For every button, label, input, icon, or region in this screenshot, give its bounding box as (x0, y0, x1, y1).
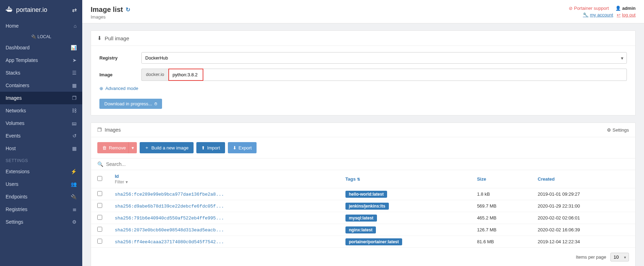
search-input[interactable] (106, 161, 629, 167)
sidebar-item-networks[interactable]: Networks⛓ (0, 104, 82, 117)
portainer-support-link[interactable]: ⊘ Portainer support (569, 6, 609, 11)
table-row: sha256:fce289e99eb9bca977dae136fbe2a8...… (91, 188, 635, 200)
refresh-icon[interactable]: ↻ (126, 6, 130, 13)
col-created[interactable]: Created (531, 170, 635, 188)
hdd-icon: 🖴 (72, 120, 77, 126)
history-icon: ↺ (72, 133, 77, 139)
image-tag[interactable]: jenkins/jenkins:lts (345, 203, 389, 210)
sidebar-item-users[interactable]: Users👥 (0, 178, 82, 190)
registry-select[interactable]: DockerHub (141, 52, 627, 64)
cogs-icon: ⚙ (72, 219, 77, 225)
image-created: 2020-01-29 22:31:00 (531, 200, 635, 212)
table-row: sha256:791b6e40940cd550af522eb4ffe995...… (91, 212, 635, 224)
panel-title: Images (105, 127, 121, 133)
image-created: 2019-01-01 09:29:27 (531, 188, 635, 200)
sidebar-toggle-icon[interactable]: ⇄ (72, 7, 77, 13)
sitemap-icon: ⛓ (72, 108, 77, 113)
user-icon: 👤 (615, 6, 621, 11)
clone-icon: ❐ (97, 127, 102, 133)
download-progress-button[interactable]: Download in progress... (99, 99, 162, 109)
col-tags[interactable]: Tags ⇅ (339, 170, 471, 188)
sidebar-item-label: Home (6, 23, 19, 29)
containers-icon: ▦ (72, 83, 77, 88)
filter-icon: ▾ (126, 180, 128, 184)
sidebar-item-label: Host (6, 146, 16, 151)
row-checkbox[interactable] (97, 215, 102, 220)
trash-icon: 🗑 (102, 145, 107, 150)
sidebar-item-volumes[interactable]: Volumes🖴 (0, 117, 82, 130)
row-checkbox[interactable] (97, 203, 102, 208)
image-tag[interactable]: portainer/portainer:latest (345, 238, 402, 245)
sidebar-item-app-templates[interactable]: App Templates➤ (0, 54, 82, 66)
brand-name: portainer.io (16, 6, 47, 14)
remove-dropdown-button[interactable]: ▾ (128, 142, 137, 153)
rocket-icon: ➤ (72, 57, 77, 63)
image-size: 1.8 kB (471, 188, 531, 200)
spinner-icon (154, 103, 157, 105)
row-checkbox[interactable] (97, 227, 102, 232)
advanced-mode-link[interactable]: ⊕ Advanced mode (99, 86, 627, 91)
sidebar-item-endpoints[interactable]: Endpoints🔌 (0, 190, 82, 203)
sidebar-item-host[interactable]: Host▦ (0, 142, 82, 155)
images-panel: ❐ Images ⚙ Settings 🗑 Remove (91, 122, 636, 266)
col-size[interactable]: Size (471, 170, 531, 188)
sidebar-item-home[interactable]: Home ⌂ (0, 20, 82, 32)
panel-title: Pull image (105, 35, 129, 41)
image-tag[interactable]: hello-world:latest (345, 191, 387, 198)
sidebar-item-extensions[interactable]: Extensions⚡ (0, 165, 82, 178)
database-icon: ≣ (72, 206, 77, 212)
select-all-checkbox[interactable] (97, 176, 102, 181)
sidebar-item-stacks[interactable]: Stacks☰ (0, 66, 82, 79)
breadcrumb: Images (91, 14, 130, 20)
upload-icon: ⬆ (201, 145, 205, 150)
sidebar-item-registries[interactable]: Registries≣ (0, 203, 82, 216)
page-size-select[interactable]: 10 (610, 253, 629, 261)
image-id-link[interactable]: sha256:791b6e40940cd550af522eb4ffe995... (115, 216, 224, 221)
images-table: Id Filter ▾ Tags ⇅ Size Created (91, 170, 635, 248)
gauge-icon: 📊 (71, 45, 77, 50)
sidebar-item-events[interactable]: Events↺ (0, 130, 82, 142)
logout-icon: ↩ (617, 12, 621, 18)
image-created: 2020-02-02 02:06:01 (531, 212, 635, 224)
image-size: 569.7 MB (471, 200, 531, 212)
row-checkbox[interactable] (97, 239, 102, 244)
brand-icon: ⛴ (6, 5, 13, 14)
remove-button[interactable]: 🗑 Remove (97, 142, 131, 153)
lifebuoy-icon: ⊘ (569, 6, 573, 11)
sidebar-logo: ⛴ portainer.io ⇄ (0, 0, 82, 20)
col-id[interactable]: Id Filter ▾ (108, 170, 339, 188)
plug-icon: 🔌 (31, 34, 36, 39)
image-tag[interactable]: mysql:latest (345, 215, 377, 222)
image-tag[interactable]: nginx:latest (345, 226, 376, 233)
pull-image-panel: ⬇ Pull image Registry DockerHub Image (91, 30, 636, 115)
my-account-link[interactable]: 🔧 my account (583, 12, 613, 18)
sidebar-item-label: Stacks (6, 70, 20, 76)
panel-settings-link[interactable]: ⚙ Settings (607, 127, 629, 133)
sidebar-item-label: Events (6, 133, 21, 139)
sidebar-item-containers[interactable]: Containers▦ (0, 79, 82, 92)
sidebar-item-images[interactable]: Images❐ (0, 92, 82, 104)
sidebar: ⛴ portainer.io ⇄ Home ⌂ 🔌 LOCAL Dashboar… (0, 0, 82, 266)
sort-icon: ⇅ (357, 177, 360, 181)
home-icon: ⌂ (74, 23, 77, 29)
gear-icon: ⚙ (607, 127, 611, 133)
sidebar-item-settings[interactable]: Settings⚙ (0, 216, 82, 228)
export-button[interactable]: ⬇ Export (228, 142, 257, 153)
sidebar-item-dashboard[interactable]: Dashboard📊 (0, 41, 82, 54)
search-icon: 🔍 (97, 161, 103, 167)
registry-label: Registry (99, 55, 141, 61)
image-id-link[interactable]: sha256:2073e0bcb60ee98548d313ead5eacb... (115, 227, 224, 233)
image-size: 465.2 MB (471, 212, 531, 224)
logout-link[interactable]: ↩ log out (617, 12, 636, 18)
build-image-button[interactable]: ＋ Build a new image (140, 142, 193, 153)
image-id-link[interactable]: sha256:fce289e99eb9bca977dae136fbe2a8... (115, 192, 224, 197)
row-checkbox[interactable] (97, 191, 102, 196)
sidebar-item-label: App Templates (6, 57, 38, 63)
import-button[interactable]: ⬆ Import (196, 142, 225, 153)
image-input-rest[interactable] (203, 69, 627, 81)
image-id-link[interactable]: sha256:d9abe6b78d139ce22debcfe6fdc05f... (115, 204, 224, 209)
image-id-link[interactable]: sha256:ff4ee4caaa237174080c0d545f7542... (115, 239, 224, 245)
image-input[interactable] (168, 69, 203, 81)
sidebar-item-label: Settings (6, 219, 23, 225)
bolt-icon: ⚡ (71, 169, 77, 174)
